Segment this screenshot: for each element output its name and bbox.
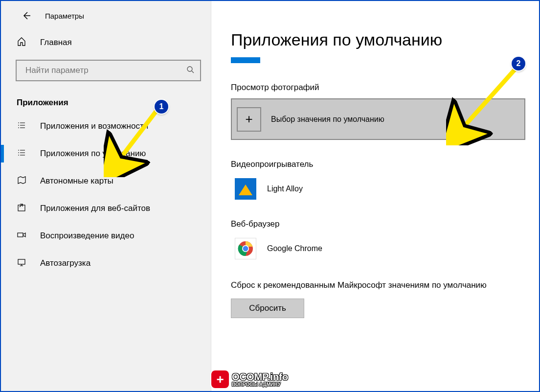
- light-alloy-icon: [235, 178, 256, 200]
- map-icon: [17, 175, 28, 187]
- sidebar-item-offline-maps[interactable]: Автономные карты: [1, 167, 211, 195]
- sidebar-group-title: Приложения: [1, 86, 211, 113]
- reset-button-label: Сбросить: [249, 303, 286, 313]
- sidebar-item-label: Приложения для веб-сайтов: [40, 204, 150, 213]
- video-icon: [17, 230, 28, 242]
- settings-window: Параметры Главная Приложения Приложен: [0, 0, 540, 392]
- app-label: Google Chrome: [267, 244, 322, 253]
- svg-rect-2: [18, 233, 23, 237]
- sidebar: Параметры Главная Приложения Приложен: [1, 1, 211, 391]
- sidebar-item-label: Приложения и возможности: [40, 121, 148, 131]
- sidebar-item-label: Приложения по умолчанию: [40, 149, 146, 159]
- sidebar-item-startup[interactable]: Автозагрузка: [1, 250, 211, 277]
- svg-rect-1: [18, 205, 25, 211]
- search-field[interactable]: [24, 65, 185, 76]
- open-external-icon: [17, 203, 28, 215]
- reset-button[interactable]: Сбросить: [231, 299, 304, 318]
- search-input[interactable]: [16, 60, 201, 81]
- back-button[interactable]: [17, 6, 36, 25]
- list-icon: [17, 120, 28, 133]
- section-photo-viewer: Просмотр фотографий: [231, 83, 525, 92]
- main-content: Приложения по умолчанию Просмотр фотогра…: [211, 1, 539, 391]
- app-label: Light Alloy: [267, 184, 303, 193]
- plus-icon: +: [237, 107, 261, 132]
- sidebar-item-label: Воспроизведение видео: [40, 231, 134, 241]
- sidebar-item-label: Автономные карты: [40, 176, 113, 186]
- sidebar-item-label: Автозагрузка: [40, 258, 90, 268]
- choose-default-photo-app[interactable]: + Выбор значения по умолчанию: [231, 98, 525, 140]
- accent-strip: [231, 57, 260, 63]
- chooser-label: Выбор значения по умолчанию: [271, 115, 384, 124]
- sidebar-item-video-playback[interactable]: Воспроизведение видео: [1, 222, 211, 250]
- startup-icon: [17, 257, 28, 270]
- svg-rect-3: [18, 259, 25, 264]
- window-title: Параметры: [45, 12, 84, 20]
- sidebar-item-apps-websites[interactable]: Приложения для веб-сайтов: [1, 195, 211, 222]
- page-title: Приложения по умолчанию: [231, 30, 525, 49]
- sidebar-item-home[interactable]: Главная: [1, 30, 211, 55]
- home-icon: [17, 37, 28, 49]
- arrow-left-icon: [22, 11, 31, 21]
- svg-point-0: [187, 67, 192, 71]
- svg-point-6: [243, 246, 248, 252]
- home-label: Главная: [40, 38, 72, 47]
- default-browser-app[interactable]: Google Chrome: [231, 235, 525, 262]
- sidebar-item-apps-features[interactable]: Приложения и возможности: [1, 113, 211, 140]
- default-video-app[interactable]: Light Alloy: [231, 175, 525, 203]
- list-check-icon: [17, 148, 28, 160]
- sidebar-item-default-apps[interactable]: Приложения по умолчанию: [1, 140, 211, 167]
- section-web-browser: Веб-браузер: [231, 219, 525, 229]
- chrome-icon: [235, 238, 256, 259]
- section-video-player: Видеопроигрыватель: [231, 160, 525, 169]
- reset-description: Сброс к рекомендованным Майкрософт значе…: [231, 279, 505, 292]
- search-icon: [185, 66, 195, 75]
